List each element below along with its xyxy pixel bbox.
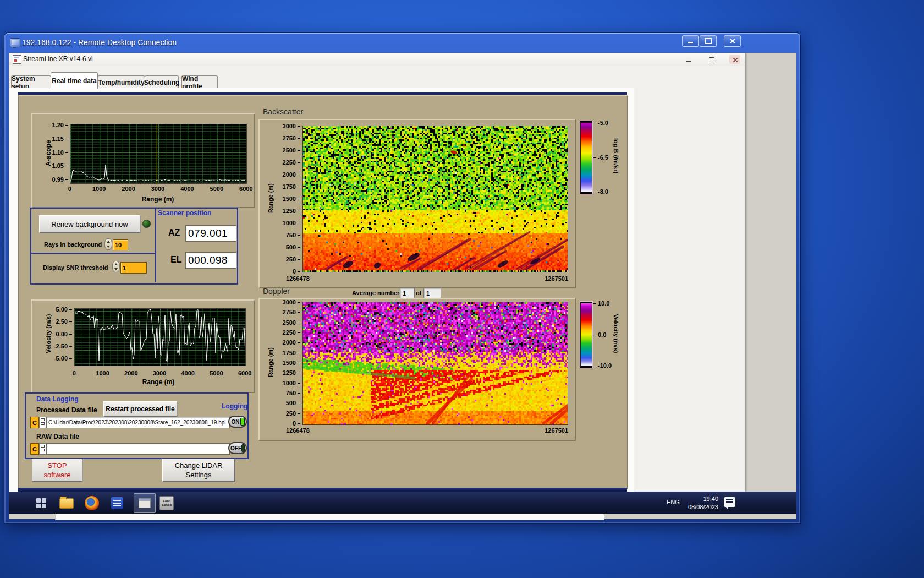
tick-label: 2500 — [283, 147, 300, 154]
processed-path-field[interactable]: C:\Lidar\Data\Proc\2023\202308\20230808\… — [46, 417, 230, 428]
ascope-x-axis-label: Range (m) — [125, 195, 191, 203]
tick-label: -6.5 — [593, 154, 608, 161]
rays-spinner[interactable] — [105, 238, 112, 250]
tick-label: 0.00 — [56, 331, 72, 338]
tick-label: 500 — [286, 400, 300, 407]
tick-label: 2000 — [114, 186, 143, 192]
grid-icon — [36, 498, 46, 508]
change-lidar-settings-button[interactable]: Change LiDAR Settings — [162, 459, 235, 482]
tab-wind-profile[interactable]: Wind profile — [182, 75, 218, 89]
ascope-x-ticks: 0100020003000400050006000 — [55, 186, 261, 192]
tab-temp-humidity[interactable]: Temp/humidity — [97, 75, 145, 89]
ascope-y-ticks: 1.201.151.101.050.99 — [46, 122, 68, 183]
app-close-button[interactable] — [729, 55, 740, 64]
ascope-plot — [70, 124, 247, 184]
el-value: 000.098 — [186, 254, 228, 266]
taskbar-clock[interactable]: 19:40 08/08/2023 — [683, 495, 718, 511]
on-led-icon — [240, 418, 245, 426]
streamline-app-taskbar-button[interactable] — [134, 493, 156, 513]
backscatter-colorbar-label: log B (/m/sr) — [613, 138, 619, 173]
panel-bottom-border — [18, 488, 627, 492]
tick-label: -2.50 — [54, 343, 72, 350]
rdp-minimize-button[interactable] — [682, 35, 699, 47]
notes-app-icon[interactable] — [110, 496, 124, 510]
processed-data-file-label: Processed Data file — [36, 406, 97, 414]
average-number-field[interactable]: 1 — [400, 288, 415, 299]
tick-label: 1750 — [283, 350, 300, 357]
snr-spinner[interactable] — [112, 261, 120, 272]
file-explorer-icon[interactable] — [59, 496, 74, 510]
tick-label: 500 — [286, 244, 300, 251]
velocity-plot — [74, 308, 246, 366]
processed-logging-toggle[interactable]: ON — [228, 416, 247, 428]
raw-browse-button[interactable] — [39, 443, 46, 455]
taskbar-under-strip — [55, 514, 604, 520]
average-total-field[interactable]: 1 — [424, 288, 441, 299]
stop-software-button[interactable]: STOP software — [32, 459, 82, 482]
tab-system-setup[interactable]: System setup — [11, 75, 51, 89]
controls-divider-horizontal — [30, 253, 156, 254]
processed-drive-selector[interactable]: C — [30, 417, 39, 428]
language-indicator[interactable]: ENG — [667, 499, 680, 505]
clock-time: 19:40 — [683, 495, 718, 503]
tick-label: 2000 — [283, 171, 300, 178]
firefox-icon[interactable] — [85, 496, 99, 510]
renew-background-button[interactable]: Renew background now — [39, 215, 140, 233]
backscatter-y-axis-label: Range (m) — [267, 183, 274, 213]
raw-logging-toggle[interactable]: OFF — [228, 442, 247, 454]
rdp-close-button[interactable] — [724, 35, 741, 47]
rays-value-field[interactable]: 10 — [113, 239, 128, 250]
tick-label: 2750 — [283, 309, 300, 316]
tick-label: 1500 — [283, 359, 300, 367]
tick-label: 1750 — [283, 183, 300, 190]
tick-label: 5.00 — [56, 306, 72, 313]
app-minimize-button[interactable] — [683, 55, 694, 64]
tick-label: 1500 — [283, 195, 300, 203]
backscatter-colorbar — [580, 121, 592, 194]
tick-label: 10.0 — [593, 300, 609, 307]
scan-scheduler-icon[interactable]: ScanSched — [160, 496, 174, 510]
scanner-position-title: Scanner position — [158, 209, 211, 217]
tick-label: 1000 — [283, 220, 300, 227]
app-window-title: StreamLine XR v14-6.vi — [23, 55, 93, 63]
tick-label: 750 — [286, 232, 300, 239]
tick-label: 1000 — [84, 186, 113, 192]
close-icon — [733, 57, 738, 62]
velocity-x-axis-label: Range (m) — [125, 378, 191, 386]
backscatter-x-start: 1266478 — [286, 275, 310, 282]
processed-browse-button[interactable] — [39, 417, 46, 428]
vi-file-icon — [13, 55, 21, 64]
minimize-icon — [686, 61, 691, 62]
restart-processed-file-button[interactable]: Restart processed file — [103, 401, 177, 417]
backscatter-x-end: 1267501 — [541, 275, 568, 282]
tick-label: 0.99 — [52, 176, 68, 183]
tick-label: 4000 — [174, 370, 202, 377]
off-led-icon — [241, 444, 245, 452]
task-view-icon[interactable] — [34, 496, 48, 510]
tick-label: -5.0 — [593, 119, 608, 127]
doppler-x-end: 1267501 — [541, 427, 568, 434]
app-restore-button[interactable] — [706, 55, 717, 64]
raw-data-file-label: RAW Data file — [36, 433, 79, 440]
tick-label: 4000 — [173, 186, 202, 192]
close-icon — [729, 38, 735, 44]
rdp-maximize-button[interactable] — [700, 35, 717, 47]
tab-real-time-data[interactable]: Real time data — [51, 72, 98, 89]
document-icon — [111, 497, 123, 509]
raw-path-field[interactable] — [46, 443, 230, 455]
notification-center-icon[interactable] — [724, 497, 735, 507]
raw-drive-selector[interactable]: C — [30, 443, 39, 455]
tick-label: 0.0 — [593, 331, 606, 339]
snr-value-field[interactable]: 1 — [120, 262, 147, 274]
tab-scheduling[interactable]: Scheduling — [145, 75, 179, 89]
tick-label: 750 — [286, 390, 300, 397]
rdp-computer-icon — [10, 38, 20, 47]
doppler-heatmap — [302, 302, 568, 425]
az-value: 079.001 — [186, 227, 228, 239]
restore-icon — [709, 57, 714, 62]
tick-label: 2250 — [283, 329, 300, 336]
tick-label: 2000 — [283, 339, 300, 346]
doppler-colorbar-label: Velocity (m/s) — [613, 314, 619, 353]
on-label: ON — [230, 419, 240, 425]
doppler-colorbar — [580, 302, 592, 368]
